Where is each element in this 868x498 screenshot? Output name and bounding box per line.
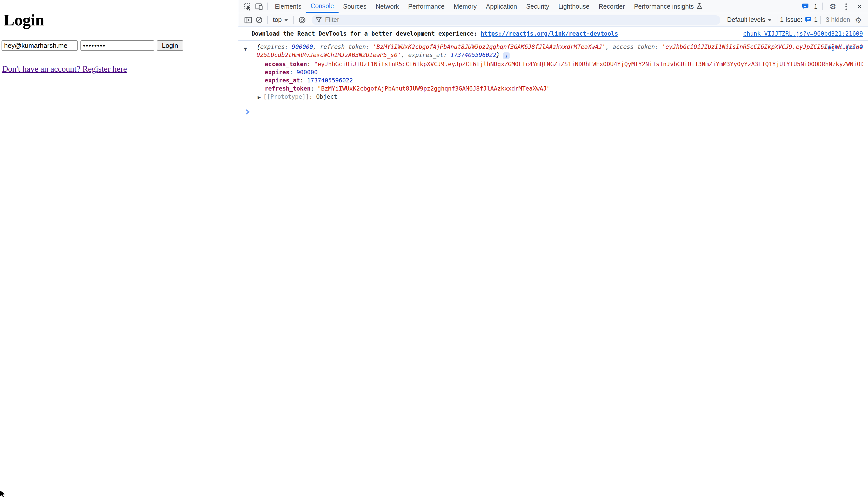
prototype-value: Object xyxy=(316,93,337,100)
issues-label: 1 Issue: xyxy=(780,16,803,23)
property-value: "BzMYiIWUxK2cbgofAjPbAnut8JUW9pz2gghqnf3… xyxy=(318,85,550,92)
colon: : xyxy=(290,69,296,76)
issues-bubble-icon xyxy=(805,17,812,23)
email-input[interactable] xyxy=(1,40,78,51)
login-button[interactable]: Login xyxy=(157,40,183,51)
divider xyxy=(820,16,821,24)
divider xyxy=(777,16,778,24)
property-key: refresh_token xyxy=(265,85,310,92)
divider xyxy=(267,2,268,10)
login-page: Login Login Don't have an account? Regis… xyxy=(0,0,238,498)
preview-number: 1737405596022 xyxy=(450,51,496,58)
preview-key: , access_token: xyxy=(605,43,662,50)
console-row-react-devtools: Download the React DevTools for a better… xyxy=(238,27,868,41)
password-input[interactable] xyxy=(80,40,154,51)
tab-elements[interactable]: Elements xyxy=(270,0,306,13)
log-levels-label: Default levels xyxy=(727,16,765,23)
preview-string: 925LUcdb2tHmRRvJexcWCh1MJzAB3N2UIewP5_s0… xyxy=(257,51,401,58)
console-filter-input[interactable]: Filter xyxy=(312,15,720,25)
chevron-down-icon xyxy=(284,18,289,21)
property-key: access_token xyxy=(265,61,307,68)
divider xyxy=(267,16,268,24)
funnel-icon xyxy=(316,17,322,23)
devtools-tabbar: Elements Console Sources Network Perform… xyxy=(238,0,868,13)
login-form: Login xyxy=(1,40,238,51)
colon: : xyxy=(307,61,314,68)
prototype-row[interactable]: ▶[[Prototype]]: Object xyxy=(258,93,863,102)
clear-console-icon[interactable] xyxy=(254,14,265,25)
console-prompt[interactable] xyxy=(238,105,868,115)
devtools-panel: Elements Console Sources Network Perform… xyxy=(238,0,868,498)
preview-string: 'BzMYiIWUxK2cbgofAjPbAnut8JUW9pz2gghqnf3… xyxy=(373,43,605,50)
prompt-chevron-icon xyxy=(245,109,251,115)
console-toolbar: top Filter Default levels xyxy=(238,13,868,27)
info-icon[interactable]: i xyxy=(503,52,510,59)
collapse-triangle-icon[interactable]: ▼ xyxy=(244,45,247,53)
prototype-key: [[Prototype]] xyxy=(263,93,309,100)
property-value: 1737405596022 xyxy=(307,77,353,84)
object-properties: access_token: "eyJhbGciOiJIUzI1NiIsInR5c… xyxy=(265,60,863,93)
console-messages-icon[interactable] xyxy=(800,1,811,12)
issues-count: 1 xyxy=(814,16,818,23)
filter-placeholder: Filter xyxy=(325,16,339,23)
tab-security[interactable]: Security xyxy=(522,0,554,13)
colon: : xyxy=(300,77,307,84)
screenshot-root: Login Login Don't have an account? Regis… xyxy=(0,0,868,498)
source-link-chunk[interactable]: chunk-VIJJTZRL.js?v=960bd321:21609 xyxy=(743,29,863,38)
property-key: expires_at xyxy=(265,77,300,84)
settings-gear-icon[interactable]: ⚙ xyxy=(827,1,839,12)
console-settings-gear-icon[interactable]: ⚙ xyxy=(853,14,864,25)
devtools-window-controls: 1 ⚙ × xyxy=(800,1,868,12)
brace: } xyxy=(496,51,500,58)
mouse-cursor-icon xyxy=(0,490,5,498)
object-preview[interactable]: {expires: 900000, refresh_token: 'BzMYiI… xyxy=(251,43,863,59)
preview-key: , refresh_token: xyxy=(313,43,373,50)
tab-recorder[interactable]: Recorder xyxy=(594,0,629,13)
console-messages-area: Download the React DevTools for a better… xyxy=(238,27,868,115)
inspect-element-icon[interactable] xyxy=(242,1,254,12)
preview-key: , expires_at: xyxy=(401,51,450,58)
tab-application[interactable]: Application xyxy=(481,0,522,13)
property-refresh-token: refresh_token: "BzMYiIWUxK2cbgofAjPbAnut… xyxy=(265,84,863,93)
tab-memory[interactable]: Memory xyxy=(449,0,481,13)
divider xyxy=(822,2,823,10)
tab-label: Performance insights xyxy=(634,0,694,13)
message-text: Download the React DevTools for a better… xyxy=(252,30,481,37)
preview-number: 900000 xyxy=(292,43,313,50)
brace: { xyxy=(257,43,260,50)
tab-performance[interactable]: Performance xyxy=(404,0,449,13)
property-expires-at: expires_at: 1737405596022 xyxy=(265,76,863,84)
frame-context-label: top xyxy=(273,16,282,23)
device-toolbar-icon[interactable] xyxy=(254,1,265,12)
console-row-object-log: Login.jsx:9 ▼ {expires: 900000, refresh_… xyxy=(238,41,868,105)
frame-context-dropdown[interactable]: top xyxy=(270,16,291,23)
tab-network[interactable]: Network xyxy=(371,0,404,13)
tab-performance-insights[interactable]: Performance insights xyxy=(629,0,707,13)
react-devtools-link[interactable]: https://reactjs.org/link/react-devtools xyxy=(481,30,618,37)
hidden-count-label: 3 hidden xyxy=(826,16,850,23)
page-title: Login xyxy=(3,11,238,29)
chevron-down-icon xyxy=(768,18,772,21)
kebab-menu-icon[interactable] xyxy=(841,1,852,12)
divider xyxy=(293,16,294,24)
property-key: expires xyxy=(265,69,290,76)
log-levels-dropdown[interactable]: Default levels xyxy=(725,16,775,23)
source-link-login-jsx[interactable]: Login.jsx:9 xyxy=(824,43,863,51)
expand-triangle-icon[interactable]: ▶ xyxy=(258,94,261,102)
property-expires: expires: 900000 xyxy=(265,68,863,76)
console-message-count: 1 xyxy=(814,3,818,10)
property-value: "eyJhbGciOiJIUzI1NiIsInR5cCI6IkpXVCJ9.ey… xyxy=(314,61,863,68)
hidden-messages-label[interactable]: 3 hidden xyxy=(823,16,853,23)
issues-button[interactable]: 1 Issue: 1 xyxy=(780,16,818,23)
live-expression-eye-icon[interactable] xyxy=(296,14,308,25)
tab-sources[interactable]: Sources xyxy=(339,0,371,13)
property-access-token: access_token: "eyJhbGciOiJIUzI1NiIsInR5c… xyxy=(265,60,863,68)
register-link[interactable]: Don't have an account? Register here xyxy=(2,64,127,74)
tab-lighthouse[interactable]: Lighthouse xyxy=(554,0,594,13)
colon: : xyxy=(309,93,316,100)
close-devtools-icon[interactable]: × xyxy=(854,1,865,12)
console-sidebar-toggle-icon[interactable] xyxy=(242,14,254,25)
preview-key: expires: xyxy=(260,43,292,50)
tab-console[interactable]: Console xyxy=(306,0,339,13)
property-value: 900000 xyxy=(296,69,318,76)
